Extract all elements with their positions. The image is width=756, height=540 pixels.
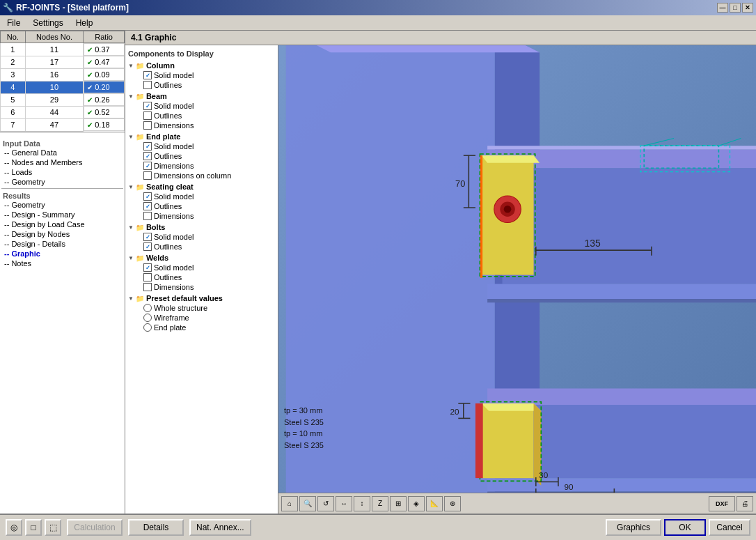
component-child[interactable]: Outlines: [142, 151, 275, 161]
checkbox[interactable]: [143, 102, 152, 110]
checkbox[interactable]: [143, 121, 152, 130]
table-row[interactable]: 7 47 ✔0.18: [1, 118, 125, 131]
component-child[interactable]: End plate: [142, 323, 275, 332]
tree-item-results[interactable]: -- Notes: [1, 259, 123, 268]
component-child[interactable]: Solid model: [142, 232, 275, 242]
component-child[interactable]: Dimensions: [142, 121, 275, 130]
radio-button[interactable]: [143, 323, 152, 332]
component-child[interactable]: Wireframe: [142, 313, 275, 323]
component-group-header[interactable]: ▼ 📁 Welds: [128, 253, 275, 263]
tree-item-results[interactable]: -- Design - Summary: [1, 210, 123, 219]
checkbox[interactable]: [143, 283, 152, 291]
menu-settings[interactable]: Settings: [27, 17, 68, 29]
toolbar-btn-pan-y[interactable]: ↕: [354, 496, 370, 511]
component-group-header[interactable]: ▼ 📁 Beam: [128, 91, 275, 101]
checkbox[interactable]: [143, 233, 152, 241]
ok-button[interactable]: OK: [664, 519, 706, 536]
tree-item-results[interactable]: -- Design - Details: [1, 239, 123, 249]
component-child[interactable]: Dimensions on column: [142, 171, 275, 180]
toolbar-btn-view-z[interactable]: Z: [372, 496, 388, 511]
tree-item-results[interactable]: -- Design by Load Case: [1, 219, 123, 229]
component-child[interactable]: Dimensions: [142, 211, 275, 221]
child-label: Dimensions on column: [154, 171, 231, 180]
child-label: Outlines: [154, 81, 182, 89]
tree-item-input[interactable]: -- Geometry: [1, 177, 123, 187]
table-row[interactable]: 5 29 ✔0.26: [1, 93, 125, 106]
toolbar-btn-measure[interactable]: 📐: [426, 496, 443, 511]
toolbar-btn-zoom-in[interactable]: 🔍: [299, 496, 316, 511]
checkbox[interactable]: [143, 212, 152, 220]
check-icon: ✔: [87, 121, 93, 129]
icon-btn-2[interactable]: □: [25, 519, 42, 536]
radio-button[interactable]: [143, 304, 152, 312]
component-child[interactable]: Solid model: [142, 192, 275, 201]
checkbox[interactable]: [143, 171, 152, 180]
child-label: End plate: [154, 323, 186, 332]
details-button[interactable]: Details: [128, 519, 184, 536]
component-child[interactable]: Solid model: [142, 263, 275, 272]
cell-nodes: 29: [25, 93, 83, 106]
table-row[interactable]: 4 10 ✔0.20: [1, 81, 125, 93]
checkbox[interactable]: [143, 263, 152, 272]
table-row[interactable]: 1 11 ✔0.37: [1, 43, 125, 56]
component-group-header[interactable]: ▼ 📁 Seating cleat: [128, 182, 275, 192]
component-child[interactable]: Dimensions: [142, 161, 275, 171]
cancel-button[interactable]: Cancel: [709, 519, 750, 536]
tree-item-input[interactable]: -- General Data: [1, 148, 123, 157]
menu-file[interactable]: File: [1, 17, 26, 29]
toolbar-btn-copy[interactable]: ⊛: [444, 496, 461, 511]
checkbox[interactable]: [143, 81, 152, 89]
component-child[interactable]: Outlines: [142, 201, 275, 211]
component-child[interactable]: Solid model: [142, 70, 275, 80]
component-group-header[interactable]: ▼ 📁 Column: [128, 61, 275, 70]
checkbox[interactable]: [143, 142, 152, 151]
component-child[interactable]: Outlines: [142, 272, 275, 282]
component-child[interactable]: Solid model: [142, 141, 275, 151]
checkbox[interactable]: [143, 192, 152, 201]
close-button[interactable]: ✕: [742, 3, 753, 13]
child-label: Dimensions: [154, 212, 194, 220]
checkbox[interactable]: [143, 71, 152, 79]
component-group-header[interactable]: ▼ 📁 Preset default values: [128, 293, 275, 303]
toolbar-btn-rotate[interactable]: ↺: [317, 496, 334, 511]
table-row[interactable]: 6 44 ✔0.52: [1, 106, 125, 118]
component-child[interactable]: Solid model: [142, 101, 275, 111]
checkbox[interactable]: [143, 273, 152, 281]
icon-btn-3[interactable]: ⬚: [45, 519, 61, 536]
dxf-export-button[interactable]: DXF: [709, 496, 735, 511]
table-row[interactable]: 2 17 ✔0.47: [1, 56, 125, 68]
table-row[interactable]: 3 16 ✔0.09: [1, 68, 125, 81]
checkbox[interactable]: [143, 162, 152, 170]
maximize-button[interactable]: □: [730, 3, 741, 13]
nat-annex-button[interactable]: Nat. Annex...: [189, 519, 251, 536]
component-child[interactable]: Whole structure: [142, 303, 275, 313]
checkbox[interactable]: [143, 202, 152, 210]
toolbar-btn-pan-x[interactable]: ↔: [336, 496, 352, 511]
tree-item-input[interactable]: -- Nodes and Members: [1, 157, 123, 167]
group-label: Bolts: [146, 223, 166, 231]
component-child[interactable]: Outlines: [142, 111, 275, 121]
component-group-header[interactable]: ▼ 📁 End plate: [128, 132, 275, 141]
checkbox[interactable]: [143, 152, 152, 160]
component-child[interactable]: Dimensions: [142, 282, 275, 292]
component-group-header[interactable]: ▼ 📁 Bolts: [128, 222, 275, 232]
tree-item-results[interactable]: -- Geometry: [1, 200, 123, 210]
minimize-button[interactable]: —: [717, 3, 728, 13]
tree-item-input[interactable]: -- Loads: [1, 167, 123, 177]
component-child[interactable]: Outlines: [142, 80, 275, 90]
checkbox[interactable]: [143, 242, 152, 251]
toolbar-btn-home[interactable]: ⌂: [281, 496, 298, 511]
tree-item-results[interactable]: -- Design by Nodes: [1, 229, 123, 239]
component-child[interactable]: Outlines: [142, 242, 275, 252]
tree-item-results[interactable]: -- Graphic: [1, 249, 123, 259]
radio-button[interactable]: [143, 314, 152, 322]
info-line-2: Steel S 235: [284, 417, 324, 429]
calculation-button[interactable]: Calculation: [67, 519, 123, 536]
menu-help[interactable]: Help: [70, 17, 99, 29]
toolbar-btn-print[interactable]: 🖨: [737, 496, 753, 511]
graphics-button[interactable]: Graphics: [606, 519, 661, 536]
checkbox[interactable]: [143, 111, 152, 120]
toolbar-btn-grid[interactable]: ⊞: [390, 496, 407, 511]
toolbar-btn-render[interactable]: ◈: [408, 496, 425, 511]
icon-btn-1[interactable]: ◎: [6, 519, 22, 536]
